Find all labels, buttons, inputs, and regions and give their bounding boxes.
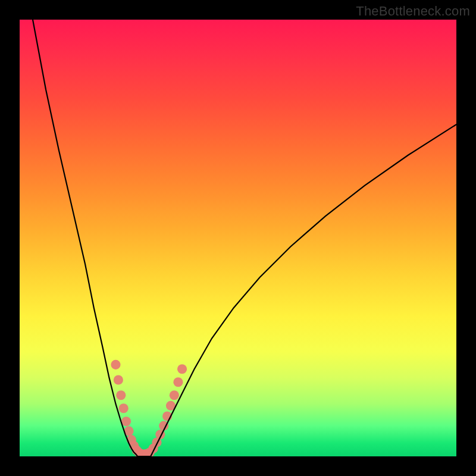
attribution-label: TheBottleneck.com — [356, 4, 470, 19]
bottleneck-curve — [33, 20, 456, 456]
chart-frame: TheBottleneck.com — [0, 0, 476, 476]
data-marker — [121, 416, 131, 426]
data-marker — [116, 390, 126, 400]
curves-svg — [20, 20, 456, 456]
data-marker — [170, 390, 179, 400]
data-marker — [111, 360, 120, 369]
plot-area — [20, 20, 456, 456]
data-marker — [119, 403, 129, 413]
data-marker — [114, 375, 123, 384]
data-marker — [177, 364, 187, 374]
data-marker — [173, 377, 183, 387]
